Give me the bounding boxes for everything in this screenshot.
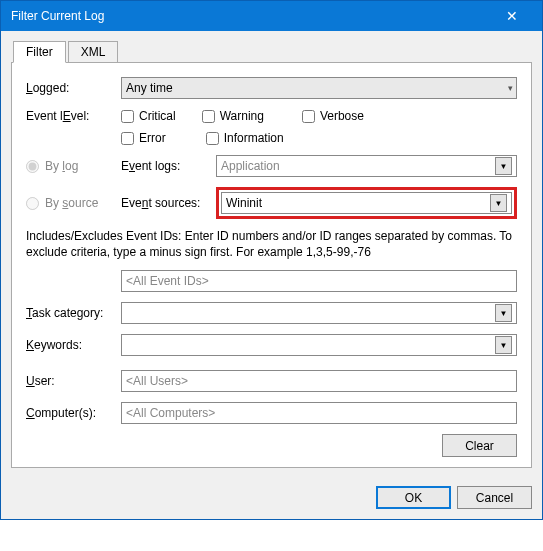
clear-button[interactable]: Clear	[442, 434, 517, 457]
ok-button[interactable]: OK	[376, 486, 451, 509]
eventlogs-label: Event logs:	[121, 159, 216, 173]
keywords-combo[interactable]: ▼	[121, 334, 517, 356]
bysource-radio: By source	[26, 196, 121, 210]
dialog-buttons: OK Cancel	[1, 478, 542, 519]
computers-label: Computer(s):	[26, 406, 121, 420]
tab-xml[interactable]: XML	[68, 41, 119, 63]
dialog-window: Filter Current Log ✕ Filter XML Logged: …	[0, 0, 543, 520]
window-title: Filter Current Log	[11, 9, 492, 23]
chevron-down-icon[interactable]: ▼	[495, 336, 512, 354]
eventids-help-text: Includes/Excludes Event IDs: Enter ID nu…	[26, 229, 517, 260]
tabstrip: Filter XML	[13, 41, 532, 63]
eventids-input[interactable]	[121, 270, 517, 292]
eventsources-highlight: Wininit ▼	[216, 187, 517, 219]
tab-filter[interactable]: Filter	[13, 41, 66, 63]
taskcategory-combo[interactable]: ▼	[121, 302, 517, 324]
eventsources-label: Event sources:	[121, 196, 216, 210]
chevron-down-icon[interactable]: ▼	[495, 304, 512, 322]
chevron-down-icon: ▼	[495, 157, 512, 175]
titlebar: Filter Current Log ✕	[1, 1, 542, 31]
eventlevel-label: Event lEvel:	[26, 109, 121, 123]
taskcategory-label: Task category:	[26, 306, 121, 320]
eventlogs-combo: Application ▼	[216, 155, 517, 177]
content-area: Filter XML Logged: Any time ▾ Event lEve…	[1, 31, 542, 478]
logged-select[interactable]: Any time	[121, 77, 517, 99]
logged-label: Logged:	[26, 81, 121, 95]
bylog-radio: By log	[26, 159, 121, 173]
eventsources-combo[interactable]: Wininit ▼	[221, 192, 512, 214]
verbose-checkbox[interactable]: Verbose	[302, 109, 364, 123]
error-checkbox[interactable]: Error	[121, 131, 166, 145]
computers-input[interactable]	[121, 402, 517, 424]
user-input[interactable]	[121, 370, 517, 392]
close-icon[interactable]: ✕	[492, 1, 532, 31]
user-label: User:	[26, 374, 121, 388]
information-checkbox[interactable]: Information	[206, 131, 284, 145]
keywords-label: Keywords:	[26, 338, 121, 352]
tab-panel: Logged: Any time ▾ Event lEvel: Critical	[11, 62, 532, 468]
chevron-down-icon[interactable]: ▼	[490, 194, 507, 212]
critical-checkbox[interactable]: Critical	[121, 109, 176, 123]
cancel-button[interactable]: Cancel	[457, 486, 532, 509]
warning-checkbox[interactable]: Warning	[202, 109, 264, 123]
